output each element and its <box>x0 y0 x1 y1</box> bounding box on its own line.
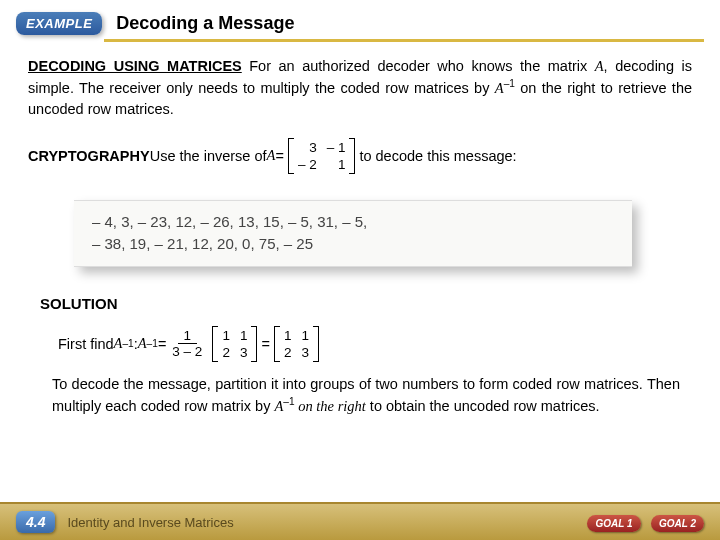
frac-top: 1 <box>178 328 198 344</box>
matrix-A-display: 3 – 1 – 2 1 <box>288 138 356 174</box>
first-find-text: First find <box>58 336 114 352</box>
mat-cell: 3 <box>240 345 248 360</box>
matrix-A-1: A <box>595 58 604 74</box>
crypto-use: Use the inverse of <box>150 148 267 164</box>
bracket-right-icon <box>313 326 319 362</box>
mat-cell: 2 <box>222 345 230 360</box>
coded-message-box: – 4, 3, – 23, 12, – 26, 13, 15, – 5, 31,… <box>74 200 632 267</box>
page-title: Decoding a Message <box>116 13 294 34</box>
mat-cell: 3 <box>301 345 309 360</box>
inv-sup-3: –1 <box>147 338 158 349</box>
conclude-2: on the right <box>295 398 366 414</box>
fraction: 1 3 – 2 <box>172 328 202 359</box>
crypto-tail: to decode this message: <box>359 148 516 164</box>
bracket-right-icon <box>251 326 257 362</box>
matrix-m2: 1 1 2 3 <box>274 326 319 362</box>
matrix-A-3: A <box>267 147 276 164</box>
mat-cell: 1 <box>327 157 346 172</box>
solution-block: SOLUTION First find A–1: A–1 = 1 3 – 2 1… <box>40 295 692 417</box>
mat-cell: 1 <box>284 328 292 343</box>
coded-line-2: – 38, 19, – 21, 12, 20, 0, 75, – 25 <box>92 233 614 256</box>
inv-sup-2: –1 <box>122 338 133 349</box>
goal-1-pill: GOAL 1 <box>587 515 640 532</box>
footer-bar: 4.4 Identity and Inverse Matrices GOAL 1… <box>0 502 720 540</box>
mat-cell: 1 <box>222 328 230 343</box>
goal-2-pill: GOAL 2 <box>651 515 704 532</box>
mat-cell: 2 <box>284 345 292 360</box>
crypto-eq: = <box>275 148 283 164</box>
conclusion-paragraph: To decode the message, partition it into… <box>52 374 680 417</box>
conclude-3: to obtain the uncoded row matrices. <box>366 398 600 414</box>
intro-lead: DECODING USING MATRICES <box>28 58 242 74</box>
eq-sp: = <box>261 336 269 352</box>
mat-cell: 1 <box>301 328 309 343</box>
eq-text: = <box>158 336 166 352</box>
main-content: DECODING USING MATRICES For an authorize… <box>0 42 720 417</box>
mat-cell: 3 <box>298 140 317 155</box>
header: EXAMPLE Decoding a Message <box>0 0 720 35</box>
matrix-A-5: A <box>138 335 147 352</box>
bracket-right-icon <box>349 138 355 174</box>
matrix-m1: 1 1 2 3 <box>212 326 257 362</box>
goal-group: GOAL 1 GOAL 2 <box>581 513 704 532</box>
mat-cell: 1 <box>240 328 248 343</box>
coded-line-1: – 4, 3, – 23, 12, – 26, 13, 15, – 5, 31,… <box>92 211 614 234</box>
matrix-A-6: A <box>274 398 283 414</box>
intro-paragraph: DECODING USING MATRICES For an authorize… <box>28 56 692 120</box>
intro-text-1: For an authorized decoder who knows the … <box>242 58 595 74</box>
mat-cell: – 1 <box>327 140 346 155</box>
crypto-lead: CRYPTOGRAPHY <box>28 148 150 164</box>
solution-title: SOLUTION <box>40 295 692 312</box>
matrix-A-2: A <box>495 80 504 96</box>
inv-sup-1: –1 <box>504 78 515 89</box>
example-badge: EXAMPLE <box>16 12 102 35</box>
section-title: Identity and Inverse Matrices <box>67 515 233 530</box>
frac-bot: 3 – 2 <box>172 344 202 359</box>
first-find-row: First find A–1: A–1 = 1 3 – 2 1 1 2 3 = <box>58 326 692 362</box>
matrix-A-4: A <box>114 335 123 352</box>
crypto-line: CRYPTOGRAPHY Use the inverse of A = 3 – … <box>28 138 692 174</box>
mat-cell: – 2 <box>298 157 317 172</box>
inv-sup-4: –1 <box>283 396 294 407</box>
section-badge: 4.4 <box>16 511 55 533</box>
